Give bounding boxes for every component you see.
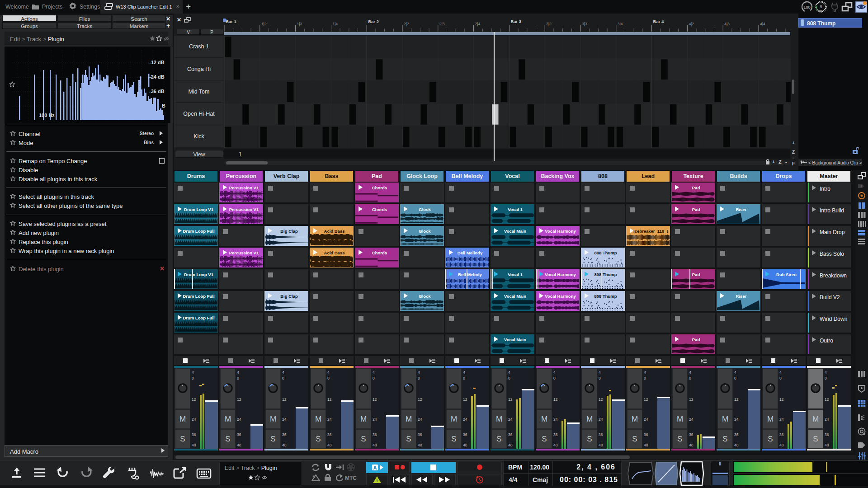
svg-text:+: + — [860, 184, 863, 188]
svg-text:!: ! — [377, 479, 378, 483]
svg-text:100: 100 — [803, 5, 810, 9]
svg-text:A: A — [373, 465, 377, 470]
svg-text:9: 9 — [820, 5, 822, 9]
